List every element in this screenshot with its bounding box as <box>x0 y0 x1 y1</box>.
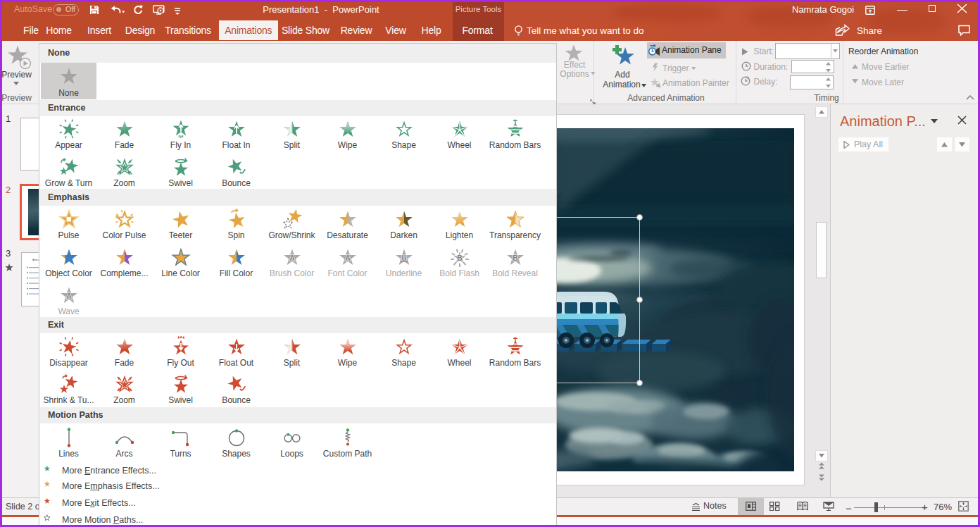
svg-text:B: B <box>457 254 463 262</box>
svg-text:A: A <box>345 254 351 262</box>
svg-text:A: A <box>66 292 72 300</box>
svg-text:A: A <box>289 254 295 262</box>
svg-text:B: B <box>513 254 518 262</box>
svg-text:U: U <box>401 254 407 262</box>
